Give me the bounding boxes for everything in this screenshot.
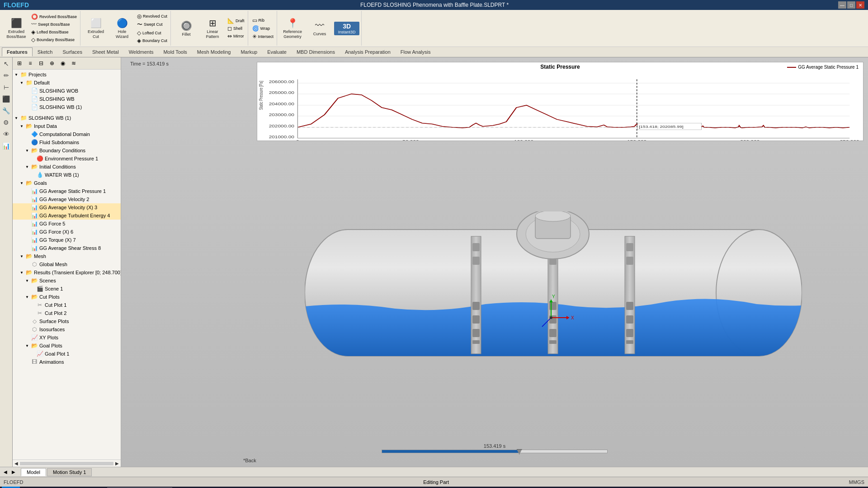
tree-btn-circle[interactable]: ◉ bbox=[58, 58, 68, 68]
left-icon-sim[interactable]: 📊 bbox=[1, 141, 12, 151]
expander-goal-plots[interactable]: ▼ bbox=[25, 344, 31, 348]
extruded-boss-base-button[interactable]: ⬛ ExtrudedBoss/Base bbox=[4, 17, 29, 40]
lofted-cut-button[interactable]: ◇ Lofted Cut bbox=[136, 29, 169, 37]
tab-markup[interactable]: Markup bbox=[236, 47, 262, 56]
expander-projects[interactable]: ▼ bbox=[14, 73, 20, 77]
tab-evaluate[interactable]: Evaluate bbox=[262, 47, 292, 56]
expander-initial-cond[interactable]: ▼ bbox=[25, 165, 31, 169]
hole-wizard-button[interactable]: 🔵 HoleWizard bbox=[109, 17, 135, 40]
tree-item-isosurfaces[interactable]: ⬡ Isosurfaces bbox=[13, 325, 121, 333]
tab-surfaces[interactable]: Surfaces bbox=[58, 47, 87, 56]
tree-item-cut-plot2[interactable]: ✂ Cut Plot 2 bbox=[13, 309, 121, 317]
tree-item-results[interactable]: ▼ 📂 Results (Transient Explorer [0; 248.… bbox=[13, 268, 121, 277]
wrap-button[interactable]: 🌀 Wrap bbox=[251, 25, 275, 32]
revolved-cut-button[interactable]: ◎ Revolved Cut bbox=[136, 13, 169, 20]
tree-item-env-pressure[interactable]: 🔴 Environment Pressure 1 bbox=[13, 155, 121, 163]
left-icon-dim[interactable]: ⊢ bbox=[1, 82, 12, 93]
expander-mesh[interactable]: ▼ bbox=[20, 254, 25, 258]
tree-item-projects[interactable]: ▼ 📁 Projects bbox=[13, 70, 121, 79]
swept-cut-button[interactable]: 〜 Swept Cut bbox=[136, 20, 169, 29]
tree-btn-collapse[interactable]: ⊟ bbox=[36, 58, 46, 68]
tab-mesh-modeling[interactable]: Mesh Modeling bbox=[192, 47, 236, 56]
shell-button[interactable]: ◻ Shell bbox=[226, 25, 246, 32]
expander-results[interactable]: ▼ bbox=[20, 271, 25, 275]
boundary-boss-base-button[interactable]: ◇ Boundary Boss/Base bbox=[30, 36, 78, 43]
revolved-boss-base-button[interactable]: ⭕ Revolved Boss/Base bbox=[30, 13, 78, 20]
tree-item-cut-plots[interactable]: ▼ 📂 Cut Plots bbox=[13, 293, 121, 301]
maximize-button[interactable]: □ bbox=[847, 1, 855, 9]
tree-item-boundary-cond[interactable]: ▼ 📂 Boundary Conditions bbox=[13, 146, 121, 155]
reference-geometry-button[interactable]: 📍 ReferenceGeometry bbox=[280, 17, 305, 40]
tree-item-animations[interactable]: 🎞 Animations bbox=[13, 358, 121, 366]
minimize-button[interactable]: — bbox=[838, 1, 846, 9]
tree-item-sloshing-wb[interactable]: 📄 SLOSHING WB bbox=[13, 95, 121, 103]
tree-item-gg-velx3[interactable]: 📊 GG Average Velocity (X) 3 bbox=[13, 203, 121, 211]
expander-input-data[interactable]: ▼ bbox=[20, 124, 25, 128]
left-icon-view[interactable]: 👁 bbox=[1, 129, 12, 140]
bottom-nav-left[interactable]: ◀ bbox=[2, 469, 9, 475]
tab-flow-analysis[interactable]: Flow Analysis bbox=[396, 47, 436, 56]
tree-item-gg-turb[interactable]: 📊 GG Average Turbulent Energy 4 bbox=[13, 211, 121, 220]
tab-sketch[interactable]: Sketch bbox=[33, 47, 58, 56]
tab-sheet-metal[interactable]: Sheet Metal bbox=[87, 47, 124, 56]
instant3d-button[interactable]: 3D Instant3D bbox=[334, 22, 359, 35]
tab-model[interactable]: Model bbox=[21, 468, 46, 476]
tree-btn-filter[interactable]: ≋ bbox=[69, 58, 79, 68]
curves-button[interactable]: 〰 Curves bbox=[307, 19, 332, 37]
tree-scroll-right[interactable]: ▶ bbox=[115, 461, 119, 466]
left-icon-assembly[interactable]: ⚙ bbox=[1, 117, 12, 128]
rib-button[interactable]: ▭ Rib bbox=[251, 17, 275, 24]
tab-motion-study[interactable]: Motion Study 1 bbox=[47, 468, 92, 476]
swept-boss-base-button[interactable]: 〰 Swept Boss/Base bbox=[30, 21, 78, 28]
tree-item-gg-torquex7[interactable]: 📊 GG Torque (X) 7 bbox=[13, 236, 121, 244]
tree-item-goals[interactable]: ▼ 📂 Goals bbox=[13, 179, 121, 187]
linear-pattern-button[interactable]: ⊞ LinearPattern bbox=[200, 17, 225, 40]
tree-btn-expand[interactable]: ⊕ bbox=[47, 58, 57, 68]
tree-item-fluid-sub[interactable]: 🔵 Fluid Subdomains bbox=[13, 138, 121, 146]
fillet-button[interactable]: 🔘 Fillet bbox=[174, 19, 199, 38]
expander-scenes[interactable]: ▼ bbox=[25, 279, 31, 283]
close-button[interactable]: ✕ bbox=[856, 1, 864, 9]
tree-item-sloshing-wob[interactable]: 📄 SLOSHING WOB bbox=[13, 87, 121, 95]
tab-mold-tools[interactable]: Mold Tools bbox=[158, 47, 192, 56]
tab-features[interactable]: Features bbox=[2, 47, 33, 56]
tab-mbd[interactable]: MBD Dimensions bbox=[292, 47, 340, 56]
tree-item-comp-domain[interactable]: 🔷 Computational Domain bbox=[13, 130, 121, 138]
extruded-cut-button[interactable]: ⬜ ExtrudedCut bbox=[83, 17, 108, 40]
expander-main[interactable]: ▼ bbox=[14, 116, 20, 120]
tree-item-gg-vel2[interactable]: 📊 GG Average Velocity 2 bbox=[13, 195, 121, 203]
tree-item-gg-static[interactable]: 📊 GG Average Static Pressure 1 bbox=[13, 187, 121, 195]
tree-item-initial-cond[interactable]: ▼ 📂 Initial Conditions bbox=[13, 163, 121, 171]
left-icon-cursor[interactable]: ↖ bbox=[1, 58, 12, 69]
tree-item-gg-forcex6[interactable]: 📊 GG Force (X) 6 bbox=[13, 228, 121, 236]
tree-item-goal-plots[interactable]: ▼ 📂 Goal Plots bbox=[13, 342, 121, 350]
tab-analysis-prep[interactable]: Analysis Preparation bbox=[340, 47, 396, 56]
tree-item-surface-plots[interactable]: ◇ Surface Plots bbox=[13, 317, 121, 325]
tree-btn-grid[interactable]: ⊞ bbox=[14, 58, 24, 68]
tree-item-water-wb[interactable]: 💧 WATER WB (1) bbox=[13, 171, 121, 179]
left-icon-tools[interactable]: 🔧 bbox=[1, 105, 12, 116]
bottom-nav-right[interactable]: ▶ bbox=[10, 469, 17, 475]
tab-weldments[interactable]: Weldments bbox=[124, 47, 159, 56]
tree-item-scenes[interactable]: ▼ 📂 Scenes bbox=[13, 277, 121, 285]
expander-default[interactable]: ▼ bbox=[20, 81, 25, 85]
tree-item-input-data[interactable]: ▼ 📂 Input Data bbox=[13, 122, 121, 130]
expander-boundary[interactable]: ▼ bbox=[25, 149, 31, 153]
tree-scroll-left[interactable]: ◀ bbox=[14, 461, 18, 466]
tree-item-scene1[interactable]: 🎬 Scene 1 bbox=[13, 285, 121, 293]
left-icon-sketch[interactable]: ✏ bbox=[1, 70, 12, 81]
expander-goals[interactable]: ▼ bbox=[20, 181, 25, 185]
tree-item-default[interactable]: ▼ 📁 Default bbox=[13, 79, 121, 87]
tree-item-xy-plots[interactable]: 📈 XY Plots bbox=[13, 333, 121, 342]
expander-cut-plots[interactable]: ▼ bbox=[25, 295, 31, 299]
tree-btn-list[interactable]: ≡ bbox=[25, 58, 35, 68]
draft-button[interactable]: 📐 Draft bbox=[226, 17, 246, 24]
tree-item-gg-force5[interactable]: 📊 GG Force 5 bbox=[13, 220, 121, 228]
boundary-cut-button[interactable]: ◈ Boundary Cut bbox=[136, 37, 169, 44]
tree-item-cut-plot1[interactable]: ✂ Cut Plot 1 bbox=[13, 301, 121, 309]
lofted-boss-base-button[interactable]: ◈ Lofted Boss/Base bbox=[30, 28, 78, 36]
tree-item-goal-plot1[interactable]: 📈 Goal Plot 1 bbox=[13, 350, 121, 358]
mirror-button[interactable]: ⇔ Mirror bbox=[226, 33, 246, 40]
tree-item-global-mesh[interactable]: ⬡ Global Mesh bbox=[13, 260, 121, 268]
tree-item-gg-shear8[interactable]: 📊 GG Average Shear Stress 8 bbox=[13, 244, 121, 252]
